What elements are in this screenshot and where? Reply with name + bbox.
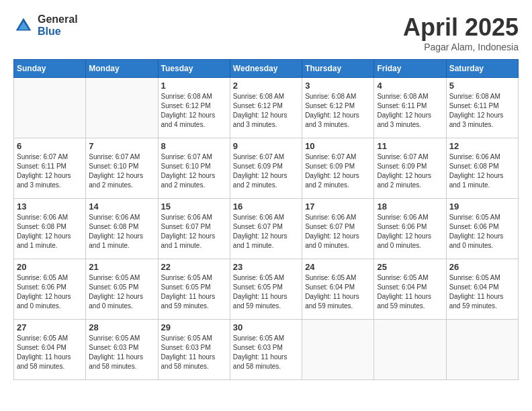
calendar-cell: 7Sunrise: 6:07 AM Sunset: 6:10 PM Daylig… [86, 138, 158, 199]
day-info: Sunrise: 6:08 AM Sunset: 6:11 PM Dayligh… [377, 92, 443, 130]
day-info: Sunrise: 6:06 AM Sunset: 6:07 PM Dayligh… [233, 213, 299, 250]
logo: General Blue [13, 13, 78, 37]
day-number: 16 [233, 201, 299, 212]
day-number: 20 [17, 262, 83, 272]
day-number: 14 [89, 201, 154, 212]
logo-general-text: General [38, 13, 78, 26]
weekday-header-saturday: Saturday [446, 60, 518, 78]
day-number: 19 [449, 201, 515, 212]
day-number: 10 [305, 141, 371, 151]
calendar-cell: 2Sunrise: 6:08 AM Sunset: 6:12 PM Daylig… [230, 78, 302, 138]
day-info: Sunrise: 6:06 AM Sunset: 6:08 PM Dayligh… [17, 213, 83, 250]
day-info: Sunrise: 6:05 AM Sunset: 6:06 PM Dayligh… [17, 273, 83, 311]
day-info: Sunrise: 6:05 AM Sunset: 6:05 PM Dayligh… [89, 273, 154, 311]
day-info: Sunrise: 6:05 AM Sunset: 6:04 PM Dayligh… [449, 273, 515, 311]
weekday-header-row: SundayMondayTuesdayWednesdayThursdayFrid… [14, 60, 519, 78]
calendar-cell: 10Sunrise: 6:07 AM Sunset: 6:09 PM Dayli… [302, 138, 374, 199]
day-number: 2 [233, 81, 299, 91]
calendar-cell: 30Sunrise: 6:05 AM Sunset: 6:03 PM Dayli… [230, 320, 302, 380]
week-row-1: 1Sunrise: 6:08 AM Sunset: 6:12 PM Daylig… [14, 78, 519, 138]
location-text: Pagar Alam, Indonesia [403, 42, 519, 52]
weekday-header-friday: Friday [374, 60, 446, 78]
day-number: 7 [89, 141, 154, 151]
day-info: Sunrise: 6:08 AM Sunset: 6:12 PM Dayligh… [233, 92, 299, 130]
calendar-cell: 27Sunrise: 6:05 AM Sunset: 6:04 PM Dayli… [14, 320, 86, 380]
page-header: General Blue April 2025 Pagar Alam, Indo… [13, 13, 519, 52]
calendar-cell: 16Sunrise: 6:06 AM Sunset: 6:07 PM Dayli… [230, 199, 302, 259]
day-number: 9 [233, 141, 299, 151]
day-info: Sunrise: 6:05 AM Sunset: 6:05 PM Dayligh… [233, 273, 299, 311]
day-number: 30 [233, 322, 299, 332]
logo-icon [13, 15, 34, 36]
day-info: Sunrise: 6:08 AM Sunset: 6:12 PM Dayligh… [305, 92, 371, 130]
day-info: Sunrise: 6:06 AM Sunset: 6:07 PM Dayligh… [305, 213, 371, 250]
day-number: 11 [377, 141, 443, 151]
day-info: Sunrise: 6:08 AM Sunset: 6:12 PM Dayligh… [161, 92, 227, 130]
weekday-header-wednesday: Wednesday [230, 60, 302, 78]
calendar-cell: 23Sunrise: 6:05 AM Sunset: 6:05 PM Dayli… [230, 259, 302, 320]
calendar-cell [446, 320, 518, 380]
day-number: 17 [305, 201, 371, 212]
calendar-cell [374, 320, 446, 380]
calendar-cell: 6Sunrise: 6:07 AM Sunset: 6:11 PM Daylig… [14, 138, 86, 199]
calendar-cell: 4Sunrise: 6:08 AM Sunset: 6:11 PM Daylig… [374, 78, 446, 138]
day-info: Sunrise: 6:07 AM Sunset: 6:10 PM Dayligh… [161, 152, 227, 190]
calendar-cell: 20Sunrise: 6:05 AM Sunset: 6:06 PM Dayli… [14, 259, 86, 320]
day-info: Sunrise: 6:07 AM Sunset: 6:09 PM Dayligh… [305, 152, 371, 190]
calendar-cell: 28Sunrise: 6:05 AM Sunset: 6:03 PM Dayli… [86, 320, 158, 380]
calendar-cell: 13Sunrise: 6:06 AM Sunset: 6:08 PM Dayli… [14, 199, 86, 259]
calendar-cell: 26Sunrise: 6:05 AM Sunset: 6:04 PM Dayli… [446, 259, 518, 320]
calendar-cell: 3Sunrise: 6:08 AM Sunset: 6:12 PM Daylig… [302, 78, 374, 138]
calendar-cell: 9Sunrise: 6:07 AM Sunset: 6:09 PM Daylig… [230, 138, 302, 199]
month-title: April 2025 [403, 13, 519, 42]
logo-text: General Blue [38, 13, 78, 37]
calendar-cell: 22Sunrise: 6:05 AM Sunset: 6:05 PM Dayli… [158, 259, 230, 320]
day-number: 13 [17, 201, 83, 212]
day-number: 26 [449, 262, 515, 272]
day-info: Sunrise: 6:05 AM Sunset: 6:04 PM Dayligh… [377, 273, 443, 311]
day-info: Sunrise: 6:07 AM Sunset: 6:09 PM Dayligh… [377, 152, 443, 190]
day-number: 29 [161, 322, 227, 332]
day-info: Sunrise: 6:07 AM Sunset: 6:10 PM Dayligh… [89, 152, 154, 190]
day-info: Sunrise: 6:05 AM Sunset: 6:03 PM Dayligh… [161, 334, 227, 371]
day-number: 5 [449, 81, 515, 91]
week-row-5: 27Sunrise: 6:05 AM Sunset: 6:04 PM Dayli… [14, 320, 519, 380]
day-number: 23 [233, 262, 299, 272]
day-info: Sunrise: 6:05 AM Sunset: 6:05 PM Dayligh… [161, 273, 227, 311]
day-info: Sunrise: 6:06 AM Sunset: 6:06 PM Dayligh… [377, 213, 443, 250]
day-number: 6 [17, 141, 83, 151]
day-number: 28 [89, 322, 154, 332]
day-info: Sunrise: 6:05 AM Sunset: 6:06 PM Dayligh… [449, 213, 515, 250]
calendar-cell: 8Sunrise: 6:07 AM Sunset: 6:10 PM Daylig… [158, 138, 230, 199]
day-info: Sunrise: 6:07 AM Sunset: 6:11 PM Dayligh… [17, 152, 83, 190]
calendar-cell [86, 78, 158, 138]
day-info: Sunrise: 6:05 AM Sunset: 6:03 PM Dayligh… [89, 334, 154, 371]
day-info: Sunrise: 6:06 AM Sunset: 6:07 PM Dayligh… [161, 213, 227, 250]
logo-blue-text: Blue [38, 26, 78, 38]
calendar-cell: 21Sunrise: 6:05 AM Sunset: 6:05 PM Dayli… [86, 259, 158, 320]
day-number: 8 [161, 141, 227, 151]
day-number: 25 [377, 262, 443, 272]
weekday-header-thursday: Thursday [302, 60, 374, 78]
day-number: 12 [449, 141, 515, 151]
day-info: Sunrise: 6:06 AM Sunset: 6:08 PM Dayligh… [449, 152, 515, 190]
day-info: Sunrise: 6:07 AM Sunset: 6:09 PM Dayligh… [233, 152, 299, 190]
calendar-cell: 17Sunrise: 6:06 AM Sunset: 6:07 PM Dayli… [302, 199, 374, 259]
day-number: 27 [17, 322, 83, 332]
day-info: Sunrise: 6:05 AM Sunset: 6:03 PM Dayligh… [233, 334, 299, 371]
day-info: Sunrise: 6:05 AM Sunset: 6:04 PM Dayligh… [305, 273, 371, 311]
day-number: 18 [377, 201, 443, 212]
week-row-4: 20Sunrise: 6:05 AM Sunset: 6:06 PM Dayli… [14, 259, 519, 320]
day-number: 24 [305, 262, 371, 272]
day-number: 3 [305, 81, 371, 91]
day-number: 15 [161, 201, 227, 212]
day-number: 1 [161, 81, 227, 91]
day-number: 22 [161, 262, 227, 272]
title-area: April 2025 Pagar Alam, Indonesia [403, 13, 519, 52]
calendar-cell [14, 78, 86, 138]
weekday-header-monday: Monday [86, 60, 158, 78]
calendar-cell: 11Sunrise: 6:07 AM Sunset: 6:09 PM Dayli… [374, 138, 446, 199]
week-row-3: 13Sunrise: 6:06 AM Sunset: 6:08 PM Dayli… [14, 199, 519, 259]
day-info: Sunrise: 6:06 AM Sunset: 6:08 PM Dayligh… [89, 213, 154, 250]
weekday-header-sunday: Sunday [14, 60, 86, 78]
